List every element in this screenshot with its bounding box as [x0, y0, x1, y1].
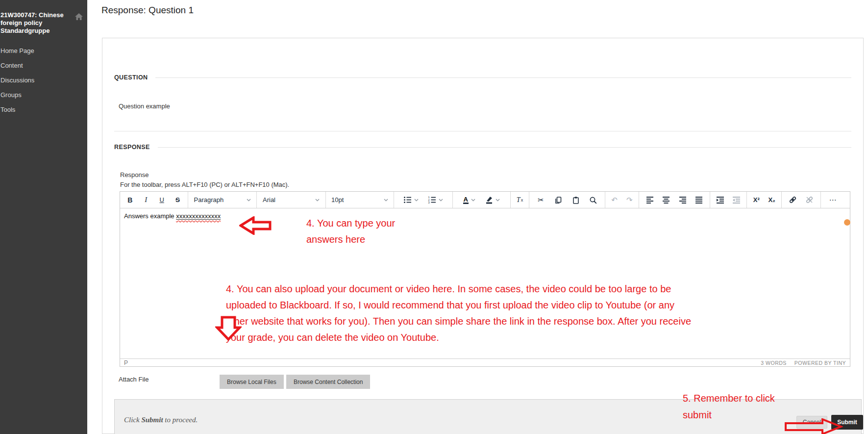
toolbar-group-more: ⋯ — [821, 192, 850, 208]
toolbar-group-align — [639, 192, 710, 208]
font-size-select[interactable]: 10pt — [329, 196, 390, 204]
annotation-upload-note: 4. You can also upload your document or … — [226, 281, 691, 346]
subscript-button[interactable]: X₂ — [766, 194, 778, 206]
outdent-icon[interactable] — [730, 194, 742, 206]
attach-file-label: Attach File — [119, 376, 149, 383]
chevron-down-icon — [471, 199, 475, 202]
cut-icon[interactable]: ✂ — [535, 194, 547, 206]
annotation-remember-submit: 5. Remember to click submit — [683, 390, 798, 423]
text-color-button[interactable]: A — [463, 196, 475, 204]
indent-icon[interactable] — [715, 194, 726, 206]
bullet-list-icon — [403, 196, 412, 204]
paste-icon[interactable] — [570, 194, 582, 206]
chevron-down-icon — [384, 199, 388, 202]
proceed-hint: Click Submit to proceed. — [124, 416, 198, 424]
more-options-icon[interactable]: ⋯ — [827, 194, 839, 206]
page-title: Response: Question 1 — [101, 5, 194, 16]
toolbar-group-color: A — [453, 192, 511, 208]
chevron-down-icon — [439, 199, 443, 202]
question-text: Question example — [119, 102, 170, 110]
annotation-arrow-right — [784, 418, 843, 434]
align-right-icon[interactable] — [677, 194, 689, 206]
underline-button[interactable]: U — [156, 194, 168, 206]
sidebar-item-discussions[interactable]: Discussions — [0, 74, 87, 88]
toolbar-group-lists: 123 — [394, 192, 453, 208]
chevron-down-icon — [414, 199, 419, 202]
toolbar-group-link — [782, 192, 821, 208]
misspelled-text: xxxxxxxxxxxxxx — [176, 212, 221, 220]
sidebar-item-tools[interactable]: Tools — [0, 103, 87, 118]
element-path-label[interactable]: P — [124, 359, 128, 366]
sidebar-item-home-page[interactable]: Home Page — [0, 44, 87, 59]
toolbar-group-clear: Tx — [511, 192, 529, 208]
question-heading: QUESTION — [114, 74, 148, 81]
clear-formatting-button[interactable]: Tx — [514, 194, 526, 206]
bullet-list-button[interactable] — [403, 196, 419, 204]
toolbar-group-indent — [710, 192, 747, 208]
highlight-pen-icon — [485, 196, 493, 204]
copy-icon[interactable] — [552, 194, 564, 206]
search-icon[interactable] — [587, 194, 599, 206]
content-panel: QUESTION Question example RESPONSE Respo… — [102, 38, 864, 434]
editor-toolbar: B I U S Paragraph Arial — [120, 192, 850, 208]
italic-button[interactable]: I — [140, 194, 152, 206]
response-heading: RESPONSE — [114, 144, 150, 151]
response-section-header: RESPONSE — [114, 144, 851, 151]
numbered-list-button[interactable]: 123 — [428, 196, 443, 204]
annotation-type-answers: 4. You can type your answers here — [306, 215, 395, 248]
strikethrough-button[interactable]: S — [172, 194, 184, 206]
chevron-down-icon — [496, 199, 500, 202]
annotation-arrow-down — [215, 316, 242, 343]
sidebar-item-content[interactable]: Content — [0, 59, 87, 74]
align-center-icon[interactable] — [660, 194, 672, 206]
home-icon[interactable] — [74, 13, 83, 21]
toolbar-group-script: X² X₂ — [747, 192, 782, 208]
annotation-arrow-left — [239, 216, 272, 236]
section-rule — [158, 147, 851, 148]
numbered-list-icon: 123 — [428, 196, 436, 204]
svg-text:3: 3 — [428, 201, 430, 204]
align-left-icon[interactable] — [644, 194, 656, 206]
recording-dot — [844, 219, 850, 226]
toolbar-group-font: Arial — [257, 192, 326, 208]
link-icon[interactable] — [787, 194, 798, 206]
section-divider — [114, 131, 851, 131]
toolbar-group-block: Paragraph — [188, 192, 257, 208]
unlink-icon[interactable] — [804, 194, 816, 206]
redo-icon[interactable]: ↷ — [623, 194, 635, 206]
editor-status-bar: P 3 WORDS POWERED BY TINY — [120, 358, 850, 367]
powered-by-tiny: POWERED BY TINY — [794, 360, 846, 366]
text-color-icon: A — [463, 196, 469, 204]
bold-button[interactable]: B — [124, 194, 136, 206]
align-justify-icon[interactable] — [693, 194, 705, 206]
undo-icon[interactable]: ↶ — [609, 194, 620, 206]
course-menu-sidebar: 21W300747: Chinese foreign policy Standa… — [0, 0, 87, 434]
paragraph-format-select[interactable]: Paragraph — [192, 196, 253, 204]
highlight-color-button[interactable] — [485, 196, 500, 204]
editor-content-line: Answers example xxxxxxxxxxxxxx — [124, 212, 221, 220]
toolbar-group-format: B I U S — [120, 192, 188, 208]
course-title: 21W300747: Chinese foreign policy Standa… — [0, 11, 71, 35]
superscript-button[interactable]: X² — [750, 194, 762, 206]
chevron-down-icon — [247, 199, 251, 202]
toolbar-shortcut-hint: For the toolbar, press ALT+F10 (PC) or A… — [120, 181, 289, 188]
toolbar-group-clipboard: ✂ — [529, 192, 605, 208]
section-rule — [155, 77, 851, 78]
response-field-label: Response — [120, 171, 149, 179]
chevron-down-icon — [315, 199, 320, 202]
toolbar-group-size: 10pt — [326, 192, 394, 208]
course-menu: Home Page Content Discussions Groups Too… — [0, 44, 87, 118]
toolbar-group-history: ↶ ↷ — [605, 192, 639, 208]
font-family-select[interactable]: Arial — [261, 196, 322, 204]
page: 21W300747: Chinese foreign policy Standa… — [0, 0, 868, 434]
browse-local-files-button[interactable]: Browse Local Files — [220, 375, 284, 389]
word-count: 3 WORDS — [761, 360, 787, 366]
question-section-header: QUESTION — [114, 74, 851, 81]
sidebar-item-groups[interactable]: Groups — [0, 88, 87, 103]
browse-content-collection-button[interactable]: Browse Content Collection — [286, 375, 370, 389]
